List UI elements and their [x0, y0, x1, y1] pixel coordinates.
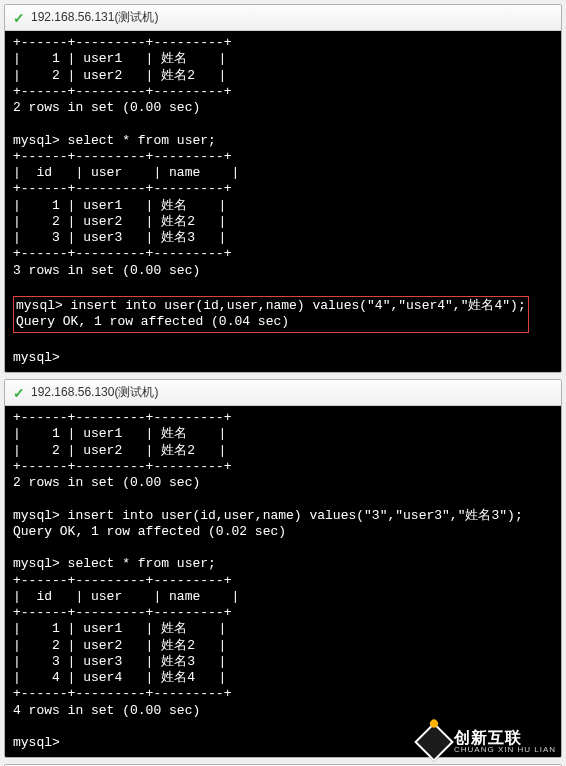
- terminal-panel: ✓192.168.56.130(测试机)+------+---------+--…: [4, 379, 562, 758]
- terminal-tab[interactable]: ✓192.168.56.130(测试机): [5, 380, 561, 406]
- check-icon: ✓: [13, 385, 25, 401]
- terminal-title: 192.168.56.130(测试机): [31, 384, 158, 401]
- check-icon: ✓: [13, 10, 25, 26]
- terminal-title: 192.168.56.131(测试机): [31, 9, 158, 26]
- terminal-panel: ✓192.168.56.131(测试机)+------+---------+--…: [4, 4, 562, 373]
- terminal-output[interactable]: +------+---------+---------+ | 1 | user1…: [5, 406, 561, 757]
- terminal-tab[interactable]: ✓192.168.56.131(测试机): [5, 5, 561, 31]
- highlighted-command: mysql> insert into user(id,user,name) va…: [13, 296, 529, 333]
- terminal-output[interactable]: +------+---------+---------+ | 1 | user1…: [5, 31, 561, 372]
